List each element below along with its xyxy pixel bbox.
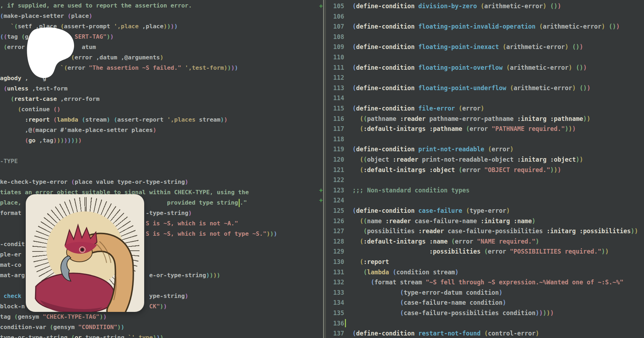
line-number[interactable]: 107: [326, 21, 344, 31]
code-token: (: [364, 115, 367, 122]
code-token: (: [371, 279, 374, 286]
code-line[interactable]: (define-condition floating-point-invalid…: [0, 21, 644, 31]
code-token: ): [569, 64, 572, 71]
code-token: (: [352, 207, 356, 214]
code-line[interactable]: (define-condition floating-point-inexact…: [0, 42, 644, 52]
code-token: define-condition: [356, 330, 418, 337]
line-number[interactable]: 133: [326, 288, 344, 298]
pane-divider[interactable]: [323, 0, 324, 338]
code-fragment: (:default-initargs :name (error "NAME re…: [360, 236, 539, 246]
code-token: arithmetic-error: [506, 43, 565, 50]
code-line[interactable]: (define-condition floating-point-underfl…: [0, 83, 644, 93]
code-fragment: (lambda (condition stream): [364, 267, 459, 277]
line-number[interactable]: 112: [326, 73, 344, 83]
line-number[interactable]: 129: [326, 246, 344, 256]
code-token: (: [580, 84, 583, 92]
code-token: restart-not-found: [418, 330, 484, 337]
code-token: :name: [429, 238, 451, 245]
code-line[interactable]: (:default-initargs :pathname (error "PAT…: [0, 124, 644, 134]
line-number[interactable]: 135: [326, 308, 344, 318]
line-number[interactable]: 130: [326, 257, 344, 267]
line-number[interactable]: 131: [326, 267, 344, 277]
code-token: "OBJECT required.": [484, 166, 550, 173]
code-token: (: [609, 23, 613, 30]
line-number[interactable]: 132: [326, 277, 344, 287]
code-line[interactable]: [0, 32, 644, 42]
code-token: pathname: [367, 115, 400, 122]
line-number[interactable]: 127: [326, 226, 344, 236]
code-token: ): [503, 299, 506, 306]
line-number[interactable]: 111: [326, 63, 344, 73]
code-token: ): [580, 64, 583, 71]
code-token: ): [546, 309, 550, 317]
code-token: :pathname: [429, 125, 466, 132]
code-token: ): [587, 84, 590, 92]
line-number[interactable]: 106: [326, 11, 344, 21]
line-number[interactable]: 115: [326, 103, 344, 113]
code-line[interactable]: [0, 93, 644, 103]
code-token: case-failure-possibilities: [448, 227, 546, 235]
line-number[interactable]: 114: [326, 93, 344, 103]
code-token: ): [480, 105, 484, 112]
line-number[interactable]: 118: [326, 134, 344, 144]
code-fragment: ;;; Non-standard condition types: [352, 185, 470, 195]
code-token: ): [557, 3, 561, 10]
code-fragment: ((object :reader print-not-readable-obje…: [360, 155, 583, 165]
line-number[interactable]: 113: [326, 83, 344, 93]
code-line[interactable]: [0, 73, 644, 83]
line-number[interactable]: 109: [326, 42, 344, 52]
line-number[interactable]: 116: [326, 114, 344, 124]
line-number[interactable]: 128: [326, 236, 344, 246]
code-token: :initarg: [480, 217, 513, 225]
code-fragment: (format stream "~S fell through ~S expre…: [371, 277, 623, 287]
line-number[interactable]: 108: [326, 32, 344, 42]
line-number[interactable]: 110: [326, 52, 344, 62]
code-line[interactable]: [0, 318, 644, 328]
code-token: (: [364, 217, 367, 225]
line-number[interactable]: 121: [326, 165, 344, 175]
code-line[interactable]: (define-condition floating-point-overflo…: [0, 63, 644, 73]
code-line[interactable]: [0, 11, 644, 21]
line-number[interactable]: 126: [326, 216, 344, 226]
line-number-gutter[interactable]: 1051061071081091101111121131141151161171…: [326, 0, 345, 338]
code-token: ): [634, 227, 638, 235]
code-token: name: [367, 217, 385, 225]
code-line[interactable]: (define-condition print-not-readable (er…: [0, 144, 644, 154]
code-token: define-condition: [356, 146, 418, 153]
code-token: (: [352, 330, 356, 337]
line-number[interactable]: 120: [326, 155, 344, 165]
code-token: ): [550, 166, 554, 173]
code-token: :object: [550, 156, 576, 163]
line-number[interactable]: 105: [326, 1, 344, 11]
code-line[interactable]: (define-condition file-error (error): [0, 103, 644, 113]
code-fragment: :possibilities (error "POSSIBILITIES req…: [429, 246, 609, 256]
code-line[interactable]: (define-condition restart-not-found (con…: [0, 328, 644, 338]
code-line[interactable]: [0, 175, 644, 185]
line-number[interactable]: 124: [326, 195, 344, 205]
code-token: ): [539, 309, 543, 317]
line-number[interactable]: 134: [326, 298, 344, 308]
line-number[interactable]: 123: [326, 185, 344, 195]
code-token: define-condition: [356, 207, 418, 214]
code-token: ): [569, 125, 572, 132]
line-number[interactable]: 136: [326, 318, 344, 328]
code-line[interactable]: [0, 52, 644, 62]
code-token: :reader: [400, 115, 429, 122]
code-line[interactable]: ((pathname :reader pathname-error-pathna…: [0, 114, 644, 124]
code-line[interactable]: [0, 134, 644, 144]
code-token: (: [393, 269, 396, 276]
code-token: ): [543, 309, 546, 317]
code-token: (: [364, 227, 367, 235]
line-number[interactable]: 137: [326, 328, 344, 338]
code-token: (: [360, 217, 363, 225]
line-number[interactable]: 119: [326, 144, 344, 154]
line-number[interactable]: 125: [326, 206, 344, 216]
code-token: "POSSIBILITIES required.": [510, 248, 601, 255]
code-token: (: [364, 156, 367, 163]
code-line[interactable]: ((object :reader print-not-readable-obje…: [0, 155, 644, 165]
code-token: ): [631, 227, 634, 235]
code-token: (: [488, 146, 492, 153]
code-line[interactable]: (:default-initargs :object (error "OBJEC…: [0, 165, 644, 175]
line-number[interactable]: 117: [326, 124, 344, 134]
line-number[interactable]: 122: [326, 175, 344, 185]
